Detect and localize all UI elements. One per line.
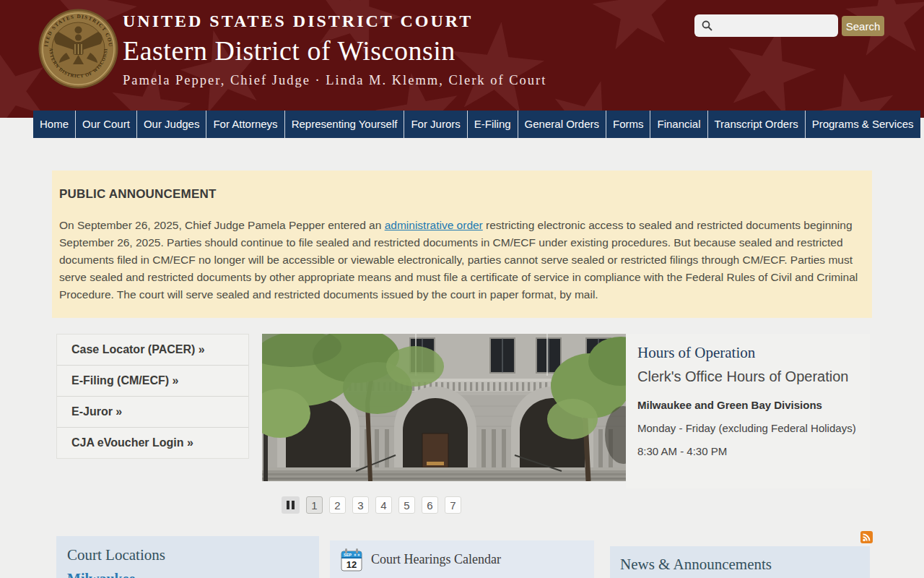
judges-tagline: Pamela Pepper, Chief Judge · Linda M. Kl… xyxy=(123,73,546,88)
announcement-text-before: On September 26, 2025, Chief Judge Pamel… xyxy=(59,219,385,231)
court-hearings-calendar-panel: SEP 12 Court Hearings Calendar xyxy=(330,540,594,578)
main-nav: Home Our Court Our Judges For Attorneys … xyxy=(33,111,920,138)
nav-item-general-orders[interactable]: General Orders xyxy=(518,111,606,138)
carousel-page-6-button[interactable]: 6 xyxy=(422,496,438,514)
hours-subheading: Clerk's Office Hours of Operation xyxy=(637,368,860,385)
quick-links-sidebar: Case Locator (PACER) » E-Filing (CM/ECF)… xyxy=(56,334,249,459)
nav-item-home[interactable]: Home xyxy=(33,111,75,138)
site-title: UNITED STATES DISTRICT COURT xyxy=(123,12,546,31)
courthouse-photo xyxy=(262,334,626,481)
site-header: UNITED STATES DISTRICT COURT EASTERN DIS… xyxy=(0,0,924,118)
announcement-heading: PUBLIC ANNOUNCEMENT xyxy=(59,186,865,202)
nav-item-representing-yourself[interactable]: Representing Yourself xyxy=(284,111,404,138)
quick-link-pacer[interactable]: Case Locator (PACER) » xyxy=(57,335,248,365)
hearings-calendar-link[interactable]: Court Hearings Calendar xyxy=(371,552,501,567)
news-heading: News & Announcements xyxy=(620,556,870,574)
carousel-page-5-button[interactable]: 5 xyxy=(398,496,415,514)
site-subtitle: Eastern District of Wisconsin xyxy=(123,35,546,66)
carousel-page-7-button[interactable]: 7 xyxy=(445,496,461,514)
news-announcements-panel: News & Announcements xyxy=(610,546,870,578)
nav-item-for-jurors[interactable]: For Jurors xyxy=(404,111,466,138)
hours-heading-link[interactable]: Hours of Operation xyxy=(637,344,860,362)
hours-times: 8:30 AM - 4:30 PM xyxy=(637,445,860,457)
nav-item-programs-services[interactable]: Programs & Services xyxy=(805,111,920,138)
carousel-pager: 1 2 3 4 5 6 7 xyxy=(282,496,461,514)
search-box xyxy=(694,14,838,37)
nav-item-for-attorneys[interactable]: For Attorneys xyxy=(206,111,284,138)
nav-item-forms[interactable]: Forms xyxy=(606,111,650,138)
carousel-page-2-button[interactable]: 2 xyxy=(329,496,346,514)
star-decoration xyxy=(800,64,907,118)
rss-icon[interactable] xyxy=(860,531,873,543)
carousel-pause-button[interactable] xyxy=(282,496,300,514)
search-input[interactable] xyxy=(694,14,838,37)
nav-item-transcript-orders[interactable]: Transcript Orders xyxy=(707,111,805,138)
administrative-order-link[interactable]: administrative order xyxy=(385,219,483,231)
star-decoration xyxy=(586,0,684,60)
pause-icon xyxy=(287,501,289,509)
nav-item-our-court[interactable]: Our Court xyxy=(75,111,136,138)
hours-of-operation-panel: Hours of Operation Clerk's Office Hours … xyxy=(626,334,870,488)
nav-item-our-judges[interactable]: Our Judges xyxy=(136,111,206,138)
carousel-page-3-button[interactable]: 3 xyxy=(352,496,369,514)
location-link-milwaukee[interactable]: Milwaukee xyxy=(67,571,319,578)
announcement-body: On September 26, 2025, Chief Judge Pamel… xyxy=(59,217,865,303)
public-announcement-panel: PUBLIC ANNOUNCEMENT On September 26, 202… xyxy=(52,171,872,318)
court-locations-heading: Court Locations xyxy=(67,546,319,564)
search-button[interactable]: Search xyxy=(842,16,884,36)
carousel-page-1-button[interactable]: 1 xyxy=(306,496,323,514)
court-seal: UNITED STATES DISTRICT COURT EASTERN DIS… xyxy=(38,8,119,90)
carousel-page-4-button[interactable]: 4 xyxy=(375,496,392,514)
masthead: UNITED STATES DISTRICT COURT Eastern Dis… xyxy=(123,12,546,88)
quick-link-cmecf[interactable]: E-Filing (CM/ECF) » xyxy=(57,365,248,396)
calendar-icon: SEP 12 xyxy=(341,548,362,571)
calendar-day: 12 xyxy=(346,559,357,570)
quick-link-ejuror[interactable]: E-Juror » xyxy=(57,396,248,427)
nav-item-e-filing[interactable]: E-Filing xyxy=(467,111,518,138)
pause-icon xyxy=(292,501,295,509)
hours-divisions: Milwaukee and Green Bay Divisions xyxy=(637,399,860,411)
quick-link-cja-evoucher[interactable]: CJA eVoucher Login » xyxy=(57,427,248,458)
court-locations-panel: Court Locations Milwaukee xyxy=(56,536,319,578)
calendar-month: SEP xyxy=(344,553,352,557)
hours-days: Monday - Friday (excluding Federal Holid… xyxy=(637,422,860,434)
nav-item-financial[interactable]: Financial xyxy=(650,111,707,138)
